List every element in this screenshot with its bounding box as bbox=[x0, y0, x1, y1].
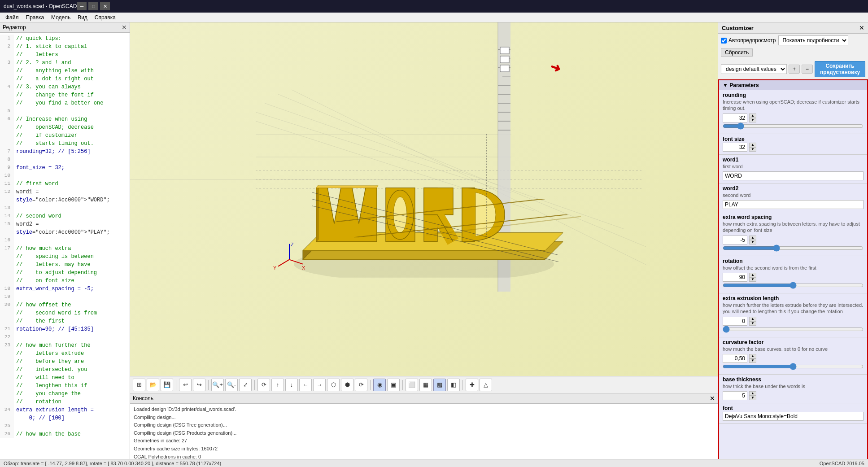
param-number-rounding[interactable] bbox=[723, 113, 747, 122]
param-spinner: ▲▼ bbox=[749, 317, 756, 326]
toolbar-hidden-btn[interactable]: ▦ bbox=[419, 379, 432, 391]
toolbar-diag-btn[interactable]: ⟳ bbox=[355, 379, 367, 391]
line-code: // how offset the bbox=[13, 301, 130, 309]
toolbar-save-btn[interactable]: 💾 bbox=[161, 379, 173, 391]
params-header: ▼ Parameters bbox=[719, 80, 867, 90]
toolbar-bottom-btn[interactable]: ↓ bbox=[285, 379, 298, 391]
toolbar-open-btn[interactable]: 📂 bbox=[147, 379, 159, 391]
menu-file[interactable]: Файл bbox=[2, 13, 22, 22]
params-list: roundingIncrease when using openSCAD; de… bbox=[719, 90, 867, 424]
spin-down-btn[interactable]: ▼ bbox=[749, 118, 756, 122]
toolbar-rotate-btn[interactable]: ⟳ bbox=[257, 379, 270, 391]
maximize-button[interactable]: □ bbox=[88, 2, 98, 10]
menu-help[interactable]: Справка bbox=[91, 13, 119, 22]
line-number: 22 bbox=[0, 333, 13, 341]
toolbar-shaded-btn[interactable]: ▩ bbox=[433, 379, 446, 391]
spin-down-btn[interactable]: ▼ bbox=[749, 240, 756, 244]
preset-dropdown[interactable]: design default values bbox=[721, 64, 787, 74]
spin-up-btn[interactable]: ▲ bbox=[749, 236, 756, 240]
spin-up-btn[interactable]: ▲ bbox=[749, 273, 756, 277]
preset-remove-button[interactable]: − bbox=[802, 65, 813, 74]
reset-button[interactable]: Сбросить bbox=[721, 48, 753, 57]
param-group-5: rotationhow offset the second word is fr… bbox=[719, 256, 867, 293]
spin-up-btn[interactable]: ▲ bbox=[749, 143, 756, 147]
show-details-dropdown[interactable]: Показать подробности bbox=[778, 35, 848, 45]
toolbar-top-btn[interactable]: ↑ bbox=[271, 379, 284, 391]
param-number-base-thickness[interactable] bbox=[723, 391, 747, 400]
spin-up-btn[interactable]: ▲ bbox=[749, 317, 756, 321]
toolbar-undo-btn[interactable]: ↩ bbox=[179, 379, 192, 391]
line-code: // starts timing out. bbox=[13, 140, 130, 148]
param-row bbox=[723, 200, 864, 209]
param-input-font[interactable] bbox=[723, 412, 864, 421]
viewport-3d[interactable]: Z X Y ➜ bbox=[130, 22, 718, 376]
code-line: 17// how much extra bbox=[0, 244, 130, 253]
spin-up-btn[interactable]: ▲ bbox=[749, 354, 756, 358]
line-code bbox=[13, 333, 130, 341]
spin-down-btn[interactable]: ▼ bbox=[749, 277, 756, 282]
menu-edit[interactable]: Правка bbox=[22, 13, 48, 22]
spin-down-btn[interactable]: ▼ bbox=[749, 396, 756, 400]
toolbar-right-btn[interactable]: → bbox=[313, 379, 326, 391]
param-number-font-size[interactable] bbox=[723, 143, 747, 152]
console-line: Compiling design... bbox=[134, 414, 714, 422]
save-preset-button[interactable]: Сохранить предустановку bbox=[815, 61, 865, 77]
toolbar-zoom-in-btn[interactable]: 🔍+ bbox=[211, 379, 224, 391]
param-slider-rotation[interactable] bbox=[723, 282, 864, 289]
customizer-panel: Customizer ✕ Автопредпросмотр Показать п… bbox=[718, 22, 868, 467]
param-input-word1[interactable] bbox=[723, 171, 864, 180]
toolbar-left-btn[interactable]: ← bbox=[299, 379, 312, 391]
auto-preview-checkbox[interactable] bbox=[721, 38, 727, 44]
toolbar-ortho-btn[interactable]: ▣ bbox=[387, 379, 400, 391]
spin-up-btn[interactable]: ▲ bbox=[749, 391, 756, 396]
toolbar-perspective-btn[interactable]: ◉ bbox=[373, 379, 386, 391]
toolbar-home-btn[interactable]: ⊞ bbox=[133, 379, 145, 391]
editor-content[interactable]: 1// quick tips:2// 1. stick to capital//… bbox=[0, 33, 130, 467]
param-number-rotation[interactable] bbox=[723, 273, 747, 282]
line-number: 7 bbox=[0, 148, 13, 156]
line-code: // on font size bbox=[13, 277, 130, 285]
line-number bbox=[0, 374, 13, 382]
main-container: Редактор ✕ 1// quick tips:2// 1. stick t… bbox=[0, 22, 868, 467]
line-number bbox=[0, 91, 13, 99]
spin-down-btn[interactable]: ▼ bbox=[749, 147, 756, 152]
param-slider-curvature-factor[interactable] bbox=[723, 363, 864, 370]
spin-down-btn[interactable]: ▼ bbox=[749, 321, 756, 326]
code-line: 25 bbox=[0, 422, 130, 430]
param-number-curvature-factor[interactable] bbox=[723, 354, 747, 363]
toolbar-shaded-wire-btn[interactable]: ◧ bbox=[447, 379, 460, 391]
spin-up-btn[interactable]: ▲ bbox=[749, 113, 756, 118]
line-code: // intersected. you bbox=[13, 366, 130, 374]
toolbar-wireframe-btn[interactable]: ⬜ bbox=[406, 379, 418, 391]
code-line: // lengthen this if bbox=[0, 382, 130, 390]
param-input-word2[interactable] bbox=[723, 200, 864, 209]
param-row: ▲▼ bbox=[723, 317, 864, 326]
param-slider-extra-word-spacing[interactable] bbox=[723, 244, 864, 252]
toolbar-fit-btn[interactable]: ⤢ bbox=[239, 379, 252, 391]
customizer-close-btn[interactable]: ✕ bbox=[859, 24, 864, 31]
spin-down-btn[interactable]: ▼ bbox=[749, 358, 756, 363]
line-number: 10 bbox=[0, 172, 13, 180]
editor-close-button[interactable]: ✕ bbox=[122, 24, 127, 31]
toolbar-cross-btn[interactable]: ✚ bbox=[466, 379, 478, 391]
toolbar-back-btn[interactable]: ⬢ bbox=[341, 379, 353, 391]
param-number-extra-extrusion-length[interactable] bbox=[723, 317, 747, 326]
param-slider-rounding[interactable] bbox=[723, 122, 864, 130]
preset-add-button[interactable]: + bbox=[789, 65, 800, 74]
toolbar-axes-btn[interactable]: △ bbox=[480, 379, 492, 391]
auto-preview-checkbox-row[interactable]: Автопредпросмотр bbox=[721, 37, 776, 44]
line-code: // 3. you can always bbox=[13, 83, 130, 91]
toolbar-zoom-out-btn[interactable]: 🔍- bbox=[225, 379, 238, 391]
menu-model[interactable]: Модель bbox=[48, 13, 74, 22]
menu-view[interactable]: Вид bbox=[74, 13, 91, 22]
close-button[interactable]: ✕ bbox=[100, 2, 110, 10]
console-close-btn[interactable]: ✕ bbox=[710, 395, 715, 402]
customizer-header: Customizer ✕ bbox=[718, 22, 868, 34]
toolbar-front-btn[interactable]: ⬡ bbox=[327, 379, 340, 391]
toolbar-redo-btn[interactable]: ↪ bbox=[193, 379, 205, 391]
param-number-extra-word-spacing[interactable] bbox=[723, 236, 747, 244]
param-slider-extra-extrusion-length[interactable] bbox=[723, 326, 864, 333]
line-code: // how much the base bbox=[13, 430, 130, 438]
minimize-button[interactable]: ─ bbox=[77, 2, 87, 10]
code-line: 6// Increase when using bbox=[0, 115, 130, 123]
